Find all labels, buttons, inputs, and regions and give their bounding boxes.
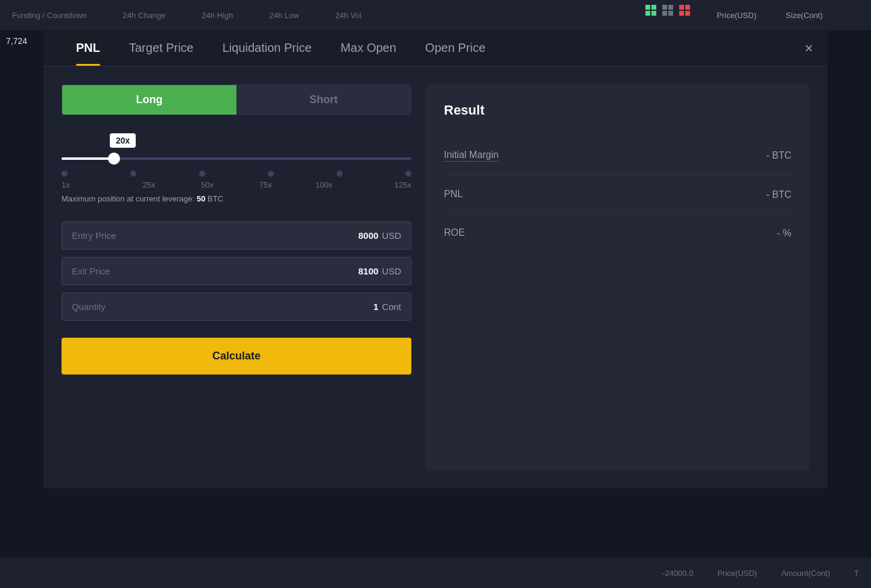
pnl-label: PNL [444,189,463,200]
bottom-t: T [854,569,859,578]
tab-liquidation-price[interactable]: Liquidation Price [208,30,326,66]
slider-dot-3 [199,171,205,177]
long-short-toggle: Long Short [62,84,411,115]
leverage-label-50x: 50x [178,180,236,189]
entry-price-unit: USD [382,230,401,241]
leverage-section: 20x [62,127,411,209]
leverage-bubble: 20x [110,133,136,148]
slider-dots [62,171,411,177]
top-bar-item: Funding / Countdown [12,11,87,20]
tab-max-open[interactable]: Max Open [326,30,411,66]
result-initial-margin-row: Initial Margin - BTC [444,136,791,175]
exit-price-value: 8100 [358,266,378,276]
right-panel: Result Initial Margin - BTC PNL - BTC RO… [426,84,809,470]
slider-dot-5 [337,171,343,177]
grid-icon-3 [679,5,690,16]
quantity-value: 1 [373,302,378,312]
top-bar-item: 24h Vol [335,11,361,20]
top-bar-item: 24h Change [123,11,166,20]
tab-open-price[interactable]: Open Price [411,30,500,66]
tab-target-price[interactable]: Target Price [115,30,208,66]
max-position-unit: BTC [207,194,223,203]
entry-price-label: Entry Price [72,230,358,241]
initial-margin-value: - BTC [766,150,791,161]
roe-label: ROE [444,227,465,239]
close-button[interactable]: × [805,41,813,55]
leverage-label-100x: 100x [295,180,353,189]
exit-price-row[interactable]: Exit Price 8100 USD [62,257,411,285]
pnl-value: - BTC [766,189,791,200]
slider-labels: 1x 25x 50x 75x 100x 125x [62,180,411,189]
quantity-unit: Cont [382,302,401,312]
short-button[interactable]: Short [236,85,411,115]
modal-overlay: PNL Target Price Liquidation Price Max O… [0,30,871,558]
left-panel: Long Short 20x [62,84,411,470]
quantity-label: Quantity [72,302,373,312]
entry-price-value: 8000 [358,230,378,241]
bottom-value: -24000.0 [662,569,693,578]
input-group: Entry Price 8000 USD Exit Price 8100 USD… [62,221,411,321]
bottom-bar: -24000.0 Price(USD) Amount(Cont) T [0,558,871,588]
grid-icon-1 [645,5,656,16]
leverage-label-75x: 75x [236,180,295,189]
modal-body: Long Short 20x [43,66,828,488]
top-bar-item: 24h High [201,11,233,20]
slider-dot-4 [268,171,274,177]
entry-price-row[interactable]: Entry Price 8000 USD [62,221,411,250]
tab-pnl[interactable]: PNL [62,30,115,66]
slider-dot-1 [62,171,68,177]
long-button[interactable]: Long [62,85,236,115]
result-pnl-row: PNL - BTC [444,175,791,214]
bottom-price-usd: Price(USD) [717,569,757,578]
calculate-button[interactable]: Calculate [62,338,411,375]
result-title: Result [444,103,791,118]
max-position-text: Maximum position at current leverage: 50… [62,194,411,203]
slider-dot-6 [405,171,411,177]
grid-icon-2 [662,5,673,16]
slider-thumb[interactable] [108,153,120,165]
slider-dot-2 [130,171,136,177]
top-bar-item: 24h Low [269,11,299,20]
tabs-header: PNL Target Price Liquidation Price Max O… [43,30,828,66]
max-position-value: 50 [197,194,205,203]
exit-price-label: Exit Price [72,266,358,276]
bottom-amount: Amount(Cont) [781,569,830,578]
slider-fill [62,157,114,160]
quantity-row[interactable]: Quantity 1 Cont [62,292,411,321]
top-right-icons [645,5,690,16]
leverage-label-25x: 25x [120,180,179,189]
pnl-calculator-modal: PNL Target Price Liquidation Price Max O… [43,30,828,488]
exit-price-unit: USD [382,266,401,276]
roe-value: - % [777,228,791,239]
slider-container[interactable] [62,153,411,165]
slider-track [62,157,411,160]
top-bar: Funding / Countdown 24h Change 24h High … [0,0,871,30]
result-roe-row: ROE - % [444,214,791,252]
price-usd-header: Price(USD) [717,11,756,20]
size-cont-header: Size(Cont) [786,11,823,20]
initial-margin-label: Initial Margin [444,150,499,162]
leverage-label-125x: 125x [353,180,411,189]
leverage-label-1x: 1x [62,180,120,189]
